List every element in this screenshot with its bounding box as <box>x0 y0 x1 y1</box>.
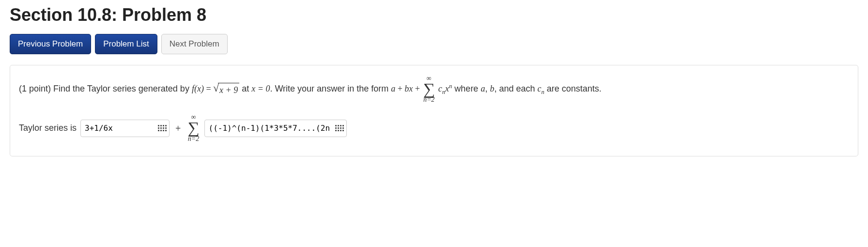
sum-lower: n=2 <box>188 136 199 142</box>
keypad-icon[interactable] <box>335 125 344 132</box>
math-a: a <box>391 84 395 93</box>
answer-input-series[interactable] <box>204 120 347 137</box>
nav-buttons: Previous Problem Problem List Next Probl… <box>10 34 858 54</box>
math-plus: + <box>395 84 404 93</box>
math-f-of-x: f(x) <box>192 84 204 93</box>
math-sum: ∞ ∑ n=2 <box>423 75 434 104</box>
math-b: b <box>404 84 409 93</box>
problem-list-button[interactable]: Problem List <box>95 34 157 54</box>
math-sqrt: √ x + 9 <box>213 83 239 97</box>
answer-input-linear[interactable] <box>80 120 170 137</box>
answer-input-wrap-2 <box>204 120 347 137</box>
next-problem-button[interactable]: Next Problem <box>161 34 228 54</box>
points-label: (1 point) <box>19 84 53 93</box>
math-cn: cn <box>537 84 544 93</box>
math-equals: = <box>204 84 213 93</box>
stem-text: are constants. <box>547 84 602 93</box>
stem-text: Find the Taylor series generated by <box>53 84 192 93</box>
sum-lower: n=2 <box>423 96 434 103</box>
sigma-icon: ∑ <box>187 121 199 136</box>
math-x-eq-0: x = 0 <box>251 84 270 93</box>
math-plus: + <box>173 121 183 136</box>
stem-text: , <box>485 84 490 93</box>
stem-text: where <box>454 84 480 93</box>
stem-text: . Write your answer in the form <box>270 84 391 93</box>
stem-text: at <box>242 84 251 93</box>
page-title: Section 10.8: Problem 8 <box>10 5 858 25</box>
problem-statement: (1 point) Find the Taylor series generat… <box>19 84 602 93</box>
answer-row: Taylor series is + ∞ ∑ n=2 <box>19 114 849 142</box>
keypad-icon[interactable] <box>158 125 167 132</box>
sigma-icon: ∑ <box>423 82 434 97</box>
answer-label: Taylor series is <box>19 121 77 135</box>
answer-input-wrap-1 <box>80 120 170 137</box>
stem-text: , and each <box>494 84 537 93</box>
math-xn: xn <box>445 84 452 93</box>
math-sum: ∞ ∑ n=2 <box>187 114 199 142</box>
problem-panel: (1 point) Find the Taylor series generat… <box>10 65 858 156</box>
previous-problem-button[interactable]: Previous Problem <box>10 34 91 54</box>
math-radicand: x + 9 <box>218 83 239 97</box>
math-plus: + <box>413 84 422 93</box>
math-cn: cn <box>438 84 445 93</box>
